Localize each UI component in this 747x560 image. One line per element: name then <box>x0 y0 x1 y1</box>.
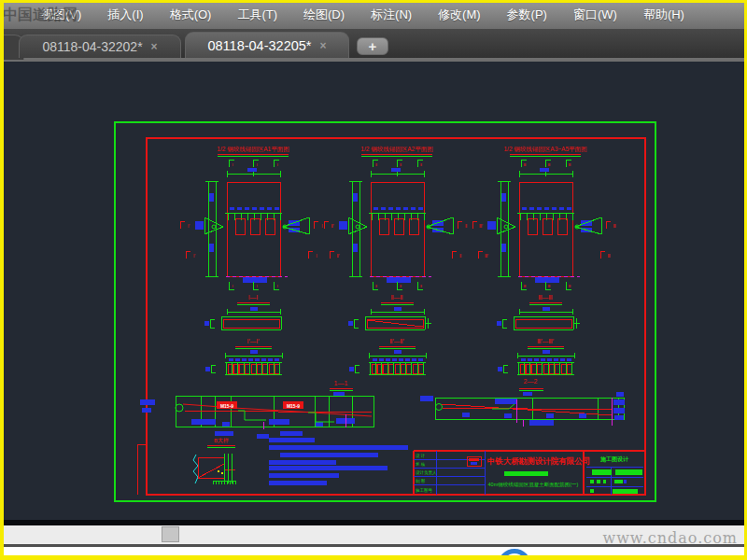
cad-text: Ⅰ <box>256 162 257 167</box>
site-watermark: www.cndao.com <box>602 529 738 547</box>
menu-item-0[interactable]: 视图(V) <box>28 7 94 23</box>
cad-text: Ⅱ′ <box>336 254 339 259</box>
cad-text: Ⅱ <box>420 162 422 167</box>
cad-text: Ⅰ—Ⅰ <box>248 294 258 301</box>
cad-text: Ⅱ <box>465 224 467 229</box>
cad-text: 复 核 <box>416 462 426 467</box>
tab-label: 08118-04-32202* <box>42 39 142 54</box>
document-tab-0[interactable]: 08118-04-32202*× <box>19 35 181 58</box>
cad-text: 1/2 钢绞线锚固区A2平面图 <box>360 146 432 152</box>
new-tab-button[interactable]: + <box>357 37 388 55</box>
cad-text: Ⅱ—Ⅱ <box>391 294 403 301</box>
cad-text: Ⅰ′ <box>188 224 190 229</box>
application-window: 视图(V)插入(I)格式(O)工具(T)绘图(D)标注(N)修改(M)参数(P)… <box>0 0 747 560</box>
cad-text: Ⅲ <box>524 162 527 167</box>
cad-text: Ⅱ <box>400 284 402 288</box>
cad-text: B大样 <box>214 437 229 443</box>
menu-item-8[interactable]: 窗口(W) <box>560 7 630 23</box>
tab-close-icon[interactable]: × <box>319 40 326 51</box>
cad-text: Ⅲ <box>607 254 610 259</box>
cad-text: Ⅲ <box>569 284 571 288</box>
cad-text: Ⅰ <box>232 162 233 167</box>
cad-text: Ⅲ′ <box>479 224 483 229</box>
cad-text: Ⅱ <box>375 284 377 288</box>
tab-bar: 08118-04-32202*×08118-04-32205*× + <box>0 29 747 58</box>
cad-text: Ⅲ′—Ⅲ′ <box>537 338 555 344</box>
cad-text: 1/2 钢绞线锚固区A1平面图 <box>217 146 289 152</box>
menu-item-5[interactable]: 标注(N) <box>358 7 425 23</box>
cad-text: Ⅰ <box>276 284 277 288</box>
scrollbar-thumb[interactable] <box>162 526 179 542</box>
cad-text: Ⅲ <box>524 284 527 288</box>
menu-bar: 视图(V)插入(I)格式(O)工具(T)绘图(D)标注(N)修改(M)参数(P)… <box>0 0 747 29</box>
tab-close-icon[interactable]: × <box>151 41 158 52</box>
cad-text: Ⅲ <box>548 284 551 288</box>
menu-item-9[interactable]: 帮助(H) <box>630 7 698 23</box>
cad-text: 2—2 <box>524 378 538 385</box>
cad-text: 40m钢绞线锚固区混凝土断面配筋图(一) <box>488 482 579 488</box>
cad-text: 施工图号 <box>415 487 433 493</box>
cad-text: Ⅰ′ <box>193 254 195 259</box>
tab-label: 08118-04-32205* <box>207 38 311 53</box>
cad-text: Ⅰ <box>232 284 233 288</box>
cad-text: Ⅲ—Ⅲ <box>538 294 552 301</box>
bottom-margin <box>0 547 747 560</box>
cad-text: Ⅲ <box>613 224 615 229</box>
cad-text: Ⅲ′ <box>485 254 488 259</box>
cad-text: Ⅰ′—Ⅰ′ <box>247 338 261 344</box>
cad-text: M15-9 <box>220 403 233 409</box>
cad-text: Ⅱ <box>400 162 402 167</box>
menu-item-7[interactable]: 参数(P) <box>494 7 560 23</box>
cad-text: 设计负责人 <box>416 469 437 475</box>
cad-text: Ⅰ <box>316 254 317 259</box>
menu-item-6[interactable]: 修改(M) <box>425 7 494 23</box>
menu-item-1[interactable]: 插入(I) <box>94 7 156 23</box>
cad-text: 中铁大桥勘测设计院有限公司 <box>487 456 591 466</box>
cad-text: 1—1 <box>334 380 348 386</box>
cad-text: Ⅲ <box>548 162 551 167</box>
cad-text: 设 计 <box>416 453 426 458</box>
cad-text: Ⅱ <box>375 162 377 167</box>
cad-text: 1/2 钢绞线锚固区A3~A5平面图 <box>503 146 586 152</box>
cad-text: Ⅰ <box>276 162 277 167</box>
menu-item-2[interactable]: 格式(O) <box>157 7 225 23</box>
cad-text: Ⅱ′—Ⅱ′ <box>389 338 404 344</box>
menu-item-3[interactable]: 工具(T) <box>224 7 290 23</box>
cad-text: Ⅱ <box>420 284 422 288</box>
cad-text: Ⅲ <box>569 162 571 167</box>
cad-text: 制 图 <box>416 479 425 483</box>
menu-item-4[interactable]: 绘图(D) <box>290 7 358 23</box>
cad-text: 施工图设计 <box>599 455 629 463</box>
cad-text: Ⅰ <box>256 284 257 288</box>
cad-text: Ⅱ <box>459 254 461 259</box>
document-tab-1[interactable]: 08118-04-32205*× <box>185 32 349 58</box>
toolbar-strip <box>0 58 747 62</box>
cad-text: Ⅰ <box>321 224 322 229</box>
cad-drawing[interactable]: 1/2 钢绞线锚固区A1平面图ⅠⅠⅠⅠ′ⅠⅠ′ⅠⅠⅠⅠⅠ—ⅠⅠ′—Ⅰ′1/2 钢… <box>0 62 747 520</box>
cad-text: M15-9 <box>287 403 300 409</box>
cad-text: Ⅱ′ <box>331 224 333 229</box>
drawing-canvas[interactable]: 1/2 钢绞线锚固区A1平面图ⅠⅠⅠⅠ′ⅠⅠ′ⅠⅠⅠⅠⅠ—ⅠⅠ′—Ⅰ′1/2 钢… <box>0 62 747 520</box>
